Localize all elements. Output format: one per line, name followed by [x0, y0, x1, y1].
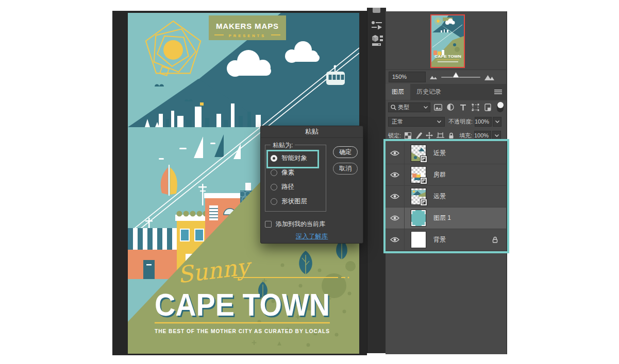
add-to-library-label: 添加到我的当前库 — [276, 220, 325, 229]
checkbox-icon[interactable] — [265, 221, 272, 228]
radio-icon[interactable] — [271, 198, 277, 205]
fill-label: 填充: — [459, 132, 472, 140]
option-path[interactable]: 路径 — [271, 182, 294, 192]
poster-badge-title: MAKERS MAPS — [216, 22, 279, 30]
sun-core — [163, 40, 183, 60]
opacity-label: 不透明度: — [448, 118, 473, 126]
blend-mode-row: 正常 不透明度: 100% — [386, 115, 506, 128]
annotation-layers-highlight — [383, 139, 509, 253]
poster-badge-subtitle: PRESENTS — [229, 33, 266, 38]
zoom-slider[interactable] — [441, 77, 480, 78]
navigator-preview[interactable]: CAPE TOWN — [430, 14, 465, 68]
lock-label: 锁定: — [388, 132, 401, 140]
navigator-zoom-row: 150% — [386, 70, 506, 84]
adjustment-filter-icon[interactable] — [446, 102, 455, 112]
filter-toggle-switch[interactable] — [497, 102, 504, 112]
zoom-out-mountain-icon[interactable] — [430, 75, 437, 79]
radio-icon[interactable] — [271, 184, 277, 190]
layer-filter-row: 类型 — [386, 100, 506, 114]
option-pixels[interactable]: 像素 — [271, 167, 294, 178]
panel-tab-bar: 图层 历史记录 — [386, 84, 506, 100]
poster-badge: MAKERS MAPS PRESENTS — [209, 15, 286, 40]
annotation-smart-object-highlight — [266, 150, 319, 168]
dock-collapse-handle[interactable] — [373, 8, 380, 13]
blend-mode-select[interactable]: 正常 — [388, 117, 445, 127]
add-to-library-row[interactable]: 添加到我的当前库 — [265, 220, 325, 229]
poster-title: CAPE TOWN — [155, 287, 330, 322]
tab-layers[interactable]: 图层 — [386, 84, 410, 100]
svg-text:CAPE TOWN: CAPE TOWN — [434, 55, 461, 58]
panel-menu-icon[interactable] — [494, 84, 506, 100]
option-shape-layer[interactable]: 形状图层 — [271, 196, 307, 206]
shape-filter-icon[interactable] — [471, 102, 480, 112]
filter-type-dropdown[interactable]: 类型 — [388, 102, 430, 112]
radio-icon[interactable] — [271, 169, 277, 176]
libraries-panel-icon[interactable] — [370, 33, 383, 48]
tab-history[interactable]: 历史记录 — [410, 84, 447, 100]
ok-button[interactable]: 确定 — [333, 146, 358, 158]
lock-all-icon[interactable] — [447, 131, 455, 140]
zoom-percentage-input[interactable]: 150% — [389, 72, 426, 82]
properties-panel-icon[interactable] — [371, 20, 383, 30]
paste-dialog: 粘贴 粘贴为: 智能对象 像素 路径 形状图层 确定 取消 添 — [260, 126, 363, 244]
lock-paint-icon[interactable] — [414, 131, 423, 140]
lock-transparency-icon[interactable] — [404, 131, 412, 140]
opacity-value[interactable]: 100% — [475, 117, 492, 127]
chevron-down-icon — [437, 120, 441, 123]
poster-tagline: THE BEST OF THE MOTHER CITY AS CURATED B… — [155, 328, 330, 334]
lock-artboard-icon[interactable] — [436, 131, 444, 140]
learn-about-libraries-link[interactable]: 深入了解库 — [261, 232, 363, 241]
smart-object-filter-icon[interactable] — [483, 102, 492, 112]
chevron-down-icon — [424, 106, 428, 109]
zoom-in-mountain-icon[interactable] — [484, 74, 495, 80]
navigator-panel: CAPE TOWN — [386, 11, 506, 70]
image-filter-icon[interactable] — [433, 102, 443, 112]
opacity-dropdown-button[interactable] — [493, 117, 501, 127]
zoom-slider-thumb[interactable] — [453, 72, 459, 78]
cancel-button[interactable]: 取消 — [333, 163, 358, 175]
search-icon — [391, 105, 396, 110]
lock-move-icon[interactable] — [425, 131, 433, 140]
photoshop-workspace: MAKERS MAPS PRESENTS Sunny CAPE TOWN CAP… — [0, 0, 619, 364]
paste-dialog-title: 粘贴 — [261, 126, 363, 138]
paste-as-label: 粘贴为: — [271, 141, 295, 150]
type-filter-icon[interactable] — [458, 102, 467, 112]
